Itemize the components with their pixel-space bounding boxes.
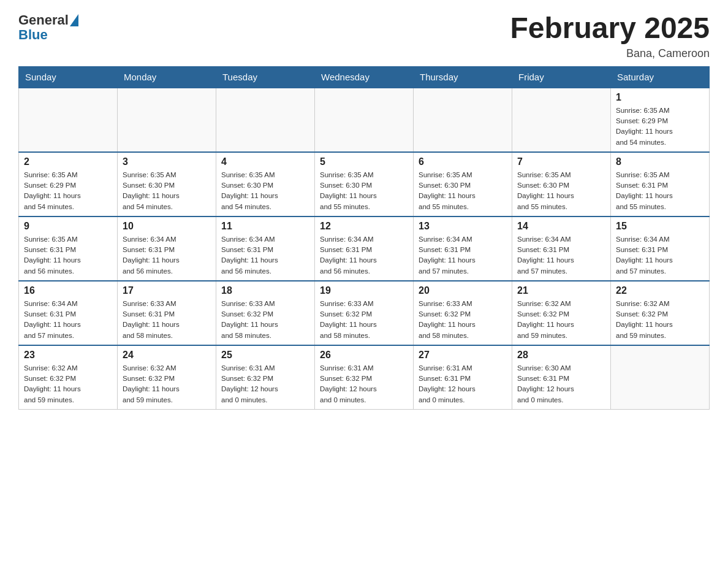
calendar-cell [414,88,512,152]
title-block: February 2025 Bana, Cameroon [510,12,710,60]
calendar-week-3: 9Sunrise: 6:35 AMSunset: 6:31 PMDaylight… [19,216,710,281]
calendar-cell: 20Sunrise: 6:33 AMSunset: 6:32 PMDayligh… [414,281,512,345]
calendar-weekday-thursday: Thursday [414,66,512,88]
day-number: 7 [517,156,605,167]
calendar-cell: 23Sunrise: 6:32 AMSunset: 6:32 PMDayligh… [19,345,118,410]
day-info: Sunrise: 6:34 AMSunset: 6:31 PMDaylight:… [616,234,704,277]
day-info: Sunrise: 6:35 AMSunset: 6:29 PMDaylight:… [24,170,112,212]
calendar-cell: 5Sunrise: 6:35 AMSunset: 6:30 PMDaylight… [315,152,414,216]
calendar-week-4: 16Sunrise: 6:34 AMSunset: 6:31 PMDayligh… [19,281,710,345]
day-info: Sunrise: 6:31 AMSunset: 6:32 PMDaylight:… [320,363,408,405]
day-number: 25 [221,350,309,361]
day-info: Sunrise: 6:31 AMSunset: 6:31 PMDaylight:… [419,363,507,405]
day-info: Sunrise: 6:35 AMSunset: 6:30 PMDaylight:… [123,170,211,212]
calendar-cell: 14Sunrise: 6:34 AMSunset: 6:31 PMDayligh… [512,216,611,281]
calendar-weekday-monday: Monday [118,66,216,88]
day-number: 2 [24,156,112,167]
calendar-cell [118,88,216,152]
calendar-weekday-tuesday: Tuesday [216,66,315,88]
calendar-cell: 21Sunrise: 6:32 AMSunset: 6:32 PMDayligh… [512,281,611,345]
calendar-weekday-friday: Friday [512,66,611,88]
calendar-cell [315,88,414,152]
day-number: 24 [123,350,211,361]
calendar-week-2: 2Sunrise: 6:35 AMSunset: 6:29 PMDaylight… [19,152,710,216]
calendar-cell: 26Sunrise: 6:31 AMSunset: 6:32 PMDayligh… [315,345,414,410]
day-info: Sunrise: 6:34 AMSunset: 6:31 PMDaylight:… [517,234,605,277]
calendar-weekday-wednesday: Wednesday [315,66,414,88]
day-info: Sunrise: 6:35 AMSunset: 6:31 PMDaylight:… [616,170,704,212]
calendar-weekday-sunday: Sunday [19,66,118,88]
calendar-cell: 3Sunrise: 6:35 AMSunset: 6:30 PMDaylight… [118,152,216,216]
calendar-cell: 22Sunrise: 6:32 AMSunset: 6:32 PMDayligh… [611,281,710,345]
day-info: Sunrise: 6:33 AMSunset: 6:32 PMDaylight:… [221,299,309,341]
day-info: Sunrise: 6:34 AMSunset: 6:31 PMDaylight:… [123,234,211,277]
day-info: Sunrise: 6:32 AMSunset: 6:32 PMDaylight:… [616,299,704,341]
calendar-cell [19,88,118,152]
calendar-cell: 27Sunrise: 6:31 AMSunset: 6:31 PMDayligh… [414,345,512,410]
day-info: Sunrise: 6:30 AMSunset: 6:31 PMDaylight:… [517,363,605,405]
page-title: February 2025 [510,12,710,45]
day-info: Sunrise: 6:33 AMSunset: 6:32 PMDaylight:… [320,299,408,341]
day-info: Sunrise: 6:35 AMSunset: 6:30 PMDaylight:… [221,170,309,212]
calendar-cell [611,345,710,410]
calendar-cell: 18Sunrise: 6:33 AMSunset: 6:32 PMDayligh… [216,281,315,345]
calendar-cell [512,88,611,152]
day-number: 13 [419,221,507,232]
day-number: 19 [320,285,408,296]
day-info: Sunrise: 6:32 AMSunset: 6:32 PMDaylight:… [123,363,211,405]
day-number: 1 [616,92,704,103]
day-info: Sunrise: 6:33 AMSunset: 6:31 PMDaylight:… [123,299,211,341]
day-number: 15 [616,221,704,232]
calendar-cell: 4Sunrise: 6:35 AMSunset: 6:30 PMDaylight… [216,152,315,216]
logo-general-text: General [18,12,69,28]
day-number: 18 [221,285,309,296]
calendar-table: SundayMondayTuesdayWednesdayThursdayFrid… [18,66,710,410]
day-info: Sunrise: 6:34 AMSunset: 6:31 PMDaylight:… [221,234,309,277]
calendar-week-5: 23Sunrise: 6:32 AMSunset: 6:32 PMDayligh… [19,345,710,410]
calendar-cell: 10Sunrise: 6:34 AMSunset: 6:31 PMDayligh… [118,216,216,281]
calendar-cell: 1Sunrise: 6:35 AMSunset: 6:29 PMDaylight… [611,88,710,152]
day-info: Sunrise: 6:34 AMSunset: 6:31 PMDaylight:… [320,234,408,277]
calendar-header-row: SundayMondayTuesdayWednesdayThursdayFrid… [19,66,710,88]
calendar-cell: 11Sunrise: 6:34 AMSunset: 6:31 PMDayligh… [216,216,315,281]
logo-triangle-icon [70,14,78,26]
calendar-cell: 9Sunrise: 6:35 AMSunset: 6:31 PMDaylight… [19,216,118,281]
day-number: 12 [320,221,408,232]
calendar-week-1: 1Sunrise: 6:35 AMSunset: 6:29 PMDaylight… [19,88,710,152]
day-number: 20 [419,285,507,296]
day-info: Sunrise: 6:35 AMSunset: 6:30 PMDaylight:… [517,170,605,212]
day-info: Sunrise: 6:32 AMSunset: 6:32 PMDaylight:… [24,363,112,405]
calendar-weekday-saturday: Saturday [611,66,710,88]
page-header: General Blue February 2025 Bana, Cameroo… [18,12,710,60]
calendar-cell: 8Sunrise: 6:35 AMSunset: 6:31 PMDaylight… [611,152,710,216]
calendar-cell: 16Sunrise: 6:34 AMSunset: 6:31 PMDayligh… [19,281,118,345]
day-number: 6 [419,156,507,167]
calendar-cell: 6Sunrise: 6:35 AMSunset: 6:30 PMDaylight… [414,152,512,216]
day-number: 10 [123,221,211,232]
day-number: 17 [123,285,211,296]
day-number: 27 [419,350,507,361]
calendar-cell: 13Sunrise: 6:34 AMSunset: 6:31 PMDayligh… [414,216,512,281]
day-number: 28 [517,350,605,361]
day-info: Sunrise: 6:34 AMSunset: 6:31 PMDaylight:… [419,234,507,277]
calendar-cell: 2Sunrise: 6:35 AMSunset: 6:29 PMDaylight… [19,152,118,216]
day-number: 26 [320,350,408,361]
calendar-cell: 28Sunrise: 6:30 AMSunset: 6:31 PMDayligh… [512,345,611,410]
calendar-cell: 17Sunrise: 6:33 AMSunset: 6:31 PMDayligh… [118,281,216,345]
day-info: Sunrise: 6:35 AMSunset: 6:31 PMDaylight:… [24,234,112,277]
logo: General Blue [18,12,80,43]
day-info: Sunrise: 6:35 AMSunset: 6:30 PMDaylight:… [320,170,408,212]
day-number: 14 [517,221,605,232]
calendar-cell: 12Sunrise: 6:34 AMSunset: 6:31 PMDayligh… [315,216,414,281]
day-info: Sunrise: 6:35 AMSunset: 6:29 PMDaylight:… [616,105,704,148]
day-number: 16 [24,285,112,296]
calendar-cell: 25Sunrise: 6:31 AMSunset: 6:32 PMDayligh… [216,345,315,410]
day-number: 22 [616,285,704,296]
calendar-cell [216,88,315,152]
day-info: Sunrise: 6:35 AMSunset: 6:30 PMDaylight:… [419,170,507,212]
calendar-cell: 15Sunrise: 6:34 AMSunset: 6:31 PMDayligh… [611,216,710,281]
day-number: 8 [616,156,704,167]
day-info: Sunrise: 6:31 AMSunset: 6:32 PMDaylight:… [221,363,309,405]
day-info: Sunrise: 6:33 AMSunset: 6:32 PMDaylight:… [419,299,507,341]
day-number: 11 [221,221,309,232]
